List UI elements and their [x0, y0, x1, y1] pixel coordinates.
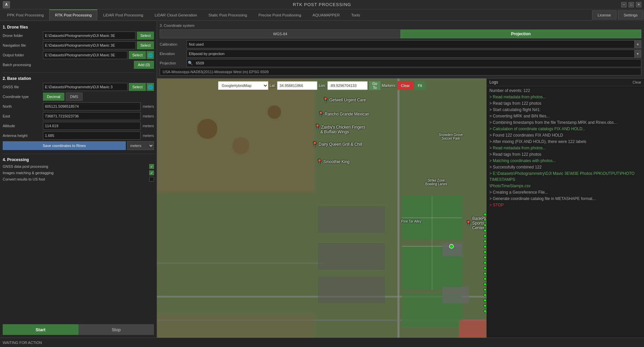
navigation-file-label: Navigation file — [3, 43, 43, 47]
processing-header: 4. Processing — [3, 157, 154, 162]
calibration-select[interactable] — [186, 40, 635, 48]
projection-button[interactable]: Projection — [400, 30, 642, 38]
output-folder-input[interactable] — [43, 51, 127, 59]
images-process-checkbox[interactable]: ✓ — [149, 170, 154, 175]
log-entry: \PhotoTimeStamps.csv — [489, 183, 641, 189]
map-type-select[interactable]: GoogleHybridMap GoogleMap GoogleSatellit… — [218, 81, 268, 90]
map-area[interactable]: 📍 Getwell Urgent Care 📍 Rancho Grande Me… — [157, 79, 486, 338]
elevation-select[interactable] — [186, 50, 635, 58]
start-button[interactable]: Start — [3, 324, 78, 335]
log-entry: > Combining timestamps from the file Tim… — [489, 119, 641, 126]
goto-button[interactable]: Go To — [369, 81, 381, 90]
decimal-btn[interactable]: Decimal — [43, 93, 64, 101]
svg-rect-18 — [459, 320, 486, 338]
window-controls[interactable]: ─ □ ✕ — [621, 2, 641, 7]
east-input[interactable] — [43, 112, 141, 120]
logs-header: Logs Clear — [487, 79, 644, 86]
tab-ppk[interactable]: PPK Post Processing — [1, 9, 49, 20]
east-label: East — [3, 114, 43, 118]
convert-process-label: Convert results to US foot — [3, 177, 149, 181]
projection-search-input[interactable] — [194, 59, 641, 67]
gnss-file-select-btn[interactable]: Select — [129, 83, 146, 91]
log-entry[interactable]: > Read metadata from photos... — [489, 94, 641, 100]
log-entry: > Read tags from 122 photos — [489, 100, 641, 106]
minimize-btn[interactable]: ─ — [621, 2, 627, 7]
log-entry[interactable]: > Calculation of coordinate catalogs FIX… — [489, 126, 641, 132]
coord-type-buttons: Decimal DMS — [43, 93, 83, 101]
east-unit: meters — [143, 114, 154, 118]
antenna-height-input[interactable] — [43, 132, 141, 140]
tab-precise[interactable]: Precise Point Positioning — [253, 9, 307, 20]
lat-input[interactable] — [277, 81, 317, 90]
save-coords-row: Save coordinates to Rinex meters feet — [3, 141, 154, 150]
gnss-process-checkbox[interactable]: ✓ — [149, 164, 154, 169]
calibration-row: Calibration ▼ — [160, 40, 641, 48]
lon-input[interactable] — [327, 81, 368, 90]
output-folder-row: Output folder Select 🌐 — [3, 51, 154, 59]
svg-rect-15 — [318, 277, 385, 303]
close-btn[interactable]: ✕ — [636, 2, 641, 7]
log-entry: > Read tags from 122 photos — [489, 151, 641, 157]
map-controls: GoogleHybridMap GoogleMap GoogleSatellit… — [218, 81, 425, 90]
drone-folder-input[interactable] — [43, 32, 136, 40]
map-background — [157, 79, 486, 338]
images-process-label: Images matching & geotagging — [3, 171, 149, 175]
gnss-process-row: GNSS data post processing ✓ — [3, 164, 154, 169]
license-button[interactable]: License — [592, 10, 617, 19]
log-entry[interactable]: > Matching coordinates with photos... — [489, 158, 641, 164]
status-text: WAITING FOR ACTION — [3, 341, 42, 345]
tab-lidar-cloud[interactable]: LiDAR Cloud Generation — [149, 9, 203, 20]
north-unit: meters — [143, 104, 154, 108]
action-bar: Start Stop — [3, 324, 154, 335]
convert-process-checkbox[interactable] — [149, 177, 154, 182]
elevation-arrow[interactable]: ▼ — [635, 50, 641, 58]
coord-system-title: 3. Coordinate system — [160, 23, 641, 28]
batch-processing-label: Batch processing — [3, 63, 43, 67]
batch-add-btn[interactable]: Add (0) — [134, 61, 154, 69]
fit-map-button[interactable]: Fit — [415, 81, 425, 90]
drone-files-header: 1. Drone files — [3, 25, 154, 30]
tab-static[interactable]: Static Post Processing — [203, 9, 253, 20]
drone-folder-row: Drone folder Select — [3, 32, 154, 40]
dms-btn[interactable]: DMS — [66, 93, 83, 101]
gnss-file-globe-btn[interactable]: 🌐 — [147, 83, 154, 91]
log-entry[interactable]: > Read metadata from photos... — [489, 145, 641, 151]
tab-bar: PPK Post Processing RTK Post Processing … — [0, 9, 644, 21]
tab-lidar[interactable]: LiDAR Post Processing — [97, 9, 149, 20]
antenna-height-label: Antenna height — [3, 134, 43, 138]
output-folder-select-btn[interactable]: Select — [129, 51, 146, 59]
clear-map-button[interactable]: Clear — [397, 81, 413, 90]
settings-button[interactable]: Settings — [618, 10, 643, 19]
lat-label: Lat: — [270, 84, 276, 88]
wgs84-button[interactable]: WGS-84 — [160, 30, 400, 38]
stop-button[interactable]: Stop — [78, 324, 154, 335]
maximize-btn[interactable]: □ — [629, 2, 634, 7]
tab-rtk[interactable]: RTK Post Processing — [49, 9, 97, 20]
altitude-input[interactable] — [43, 122, 141, 130]
left-panel: 1. Drone files Drone folder Select Navig… — [0, 21, 157, 338]
clear-logs-button[interactable]: Clear — [633, 80, 641, 84]
logs-panel: Logs Clear Number of events: 122> Read m… — [486, 79, 644, 338]
coordinate-system-panel: 3. Coordinate system WGS-84 Projection C… — [157, 21, 644, 79]
calibration-arrow[interactable]: ▼ — [635, 40, 641, 48]
tab-aquamapper[interactable]: AQUAMAPPER — [307, 9, 345, 20]
log-entry: > Generate coordinate catalog file in ME… — [489, 196, 641, 202]
svg-rect-13 — [318, 206, 385, 233]
save-coords-btn[interactable]: Save coordinates to Rinex — [3, 141, 126, 150]
convert-process-row: Convert results to US foot — [3, 177, 154, 182]
batch-processing-row: Batch processing Add (0) — [3, 61, 154, 69]
log-entry: > Start calculating flight N#1: — [489, 107, 641, 113]
navigation-file-select-btn[interactable]: Select — [137, 41, 154, 49]
svg-rect-22 — [157, 313, 315, 338]
unit-dropdown[interactable]: meters feet — [127, 141, 154, 150]
output-folder-globe-btn[interactable]: 🌐 — [147, 51, 154, 59]
svg-rect-16 — [442, 243, 462, 256]
elevation-label: Elevation — [160, 52, 186, 56]
projection-search-result[interactable]: USA-Mississippi-NAD83(2011)-Mississippi … — [160, 68, 641, 76]
gnss-file-input[interactable] — [43, 83, 127, 91]
navigation-file-input[interactable] — [43, 41, 136, 49]
svg-rect-20 — [157, 79, 315, 193]
drone-folder-select-btn[interactable]: Select — [137, 32, 154, 40]
tab-tools[interactable]: Tools — [345, 9, 366, 20]
north-input[interactable] — [43, 102, 141, 110]
